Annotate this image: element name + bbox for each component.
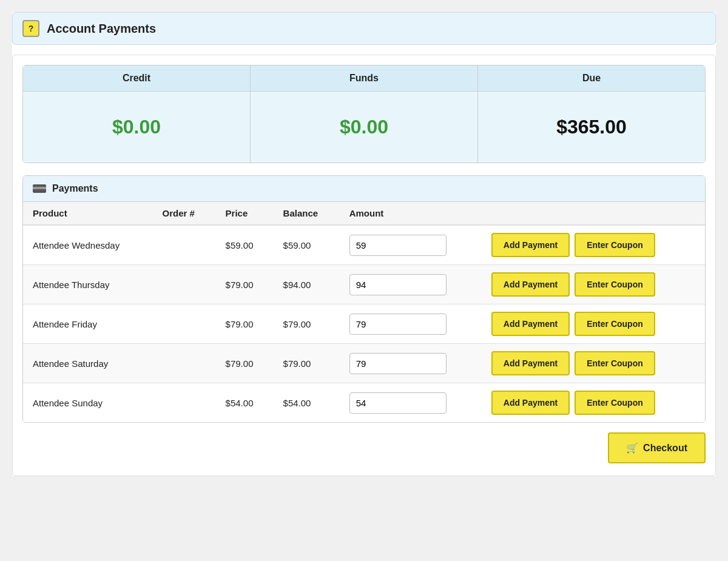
table-header-row: Product Order # Price Balance Amount xyxy=(23,202,705,225)
cell-price: $79.00 xyxy=(216,265,274,304)
cell-actions: Add Payment Enter Coupon xyxy=(482,344,705,383)
amount-input-4[interactable] xyxy=(349,392,447,414)
cell-actions: Add Payment Enter Coupon xyxy=(482,383,705,423)
cell-price: $54.00 xyxy=(216,383,274,423)
credit-card-icon xyxy=(33,184,46,193)
col-order: Order # xyxy=(153,202,216,225)
due-value: $365.00 xyxy=(478,92,705,163)
add-payment-button-0[interactable]: Add Payment xyxy=(491,233,570,257)
payments-header: Payments xyxy=(23,176,705,202)
col-price: Price xyxy=(216,202,274,225)
cell-product: Attendee Friday xyxy=(23,304,153,344)
cell-order xyxy=(153,383,216,423)
cell-price: $79.00 xyxy=(216,304,274,344)
enter-coupon-button-1[interactable]: Enter Coupon xyxy=(575,272,655,297)
cell-actions: Add Payment Enter Coupon xyxy=(482,304,705,344)
cell-product: Attendee Thursday xyxy=(23,265,153,304)
credit-label: Credit xyxy=(23,66,250,92)
cell-amount[interactable] xyxy=(340,344,482,383)
col-balance: Balance xyxy=(274,202,340,225)
cell-balance: $54.00 xyxy=(274,383,340,423)
payments-table: Product Order # Price Balance Amount Att… xyxy=(23,202,705,422)
enter-coupon-button-4[interactable]: Enter Coupon xyxy=(575,391,655,415)
table-row: Attendee Saturday $79.00 $79.00 Add Paym… xyxy=(23,344,705,383)
credit-card: Credit $0.00 xyxy=(23,66,251,163)
cell-amount[interactable] xyxy=(340,225,482,265)
add-payment-button-4[interactable]: Add Payment xyxy=(491,391,570,415)
cart-icon: 🛒 xyxy=(626,442,638,454)
funds-value: $0.00 xyxy=(251,92,477,163)
add-payment-button-3[interactable]: Add Payment xyxy=(491,351,570,375)
amount-input-0[interactable] xyxy=(349,235,447,256)
cell-price: $79.00 xyxy=(216,344,274,383)
table-row: Attendee Wednesday $59.00 $59.00 Add Pay… xyxy=(23,225,705,265)
col-amount: Amount xyxy=(340,202,482,225)
due-label: Due xyxy=(478,66,705,92)
table-row: Attendee Friday $79.00 $79.00 Add Paymen… xyxy=(23,304,705,344)
credit-value: $0.00 xyxy=(23,92,250,163)
amount-input-1[interactable] xyxy=(349,274,447,295)
cell-actions: Add Payment Enter Coupon xyxy=(482,265,705,304)
account-payments-header: ? Account Payments xyxy=(12,12,716,45)
cell-balance: $79.00 xyxy=(274,344,340,383)
cell-product: Attendee Saturday xyxy=(23,344,153,383)
cell-actions: Add Payment Enter Coupon xyxy=(482,225,705,265)
col-actions xyxy=(482,202,705,225)
due-card: Due $365.00 xyxy=(478,66,705,163)
cell-balance: $94.00 xyxy=(274,265,340,304)
summary-cards: Credit $0.00 Funds $0.00 Due $365.00 xyxy=(22,65,706,163)
payments-section: Payments Product Order # Price Balance A… xyxy=(22,175,706,423)
amount-input-3[interactable] xyxy=(349,353,447,374)
cell-balance: $79.00 xyxy=(274,304,340,344)
amount-input-2[interactable] xyxy=(349,314,447,335)
enter-coupon-button-0[interactable]: Enter Coupon xyxy=(575,233,655,257)
cell-balance: $59.00 xyxy=(274,225,340,265)
main-container: Credit $0.00 Funds $0.00 Due $365.00 Pay… xyxy=(12,55,716,476)
page-title: Account Payments xyxy=(47,22,156,36)
cell-amount[interactable] xyxy=(340,265,482,304)
cell-order xyxy=(153,225,216,265)
funds-label: Funds xyxy=(251,66,477,92)
funds-card: Funds $0.00 xyxy=(251,66,478,163)
help-icon[interactable]: ? xyxy=(22,20,39,37)
enter-coupon-button-3[interactable]: Enter Coupon xyxy=(575,351,655,375)
cell-order xyxy=(153,265,216,304)
payments-section-label: Payments xyxy=(52,183,98,194)
add-payment-button-1[interactable]: Add Payment xyxy=(491,272,570,297)
add-payment-button-2[interactable]: Add Payment xyxy=(491,312,570,336)
checkout-label: Checkout xyxy=(643,443,687,454)
cell-product: Attendee Sunday xyxy=(23,383,153,423)
cell-order xyxy=(153,344,216,383)
cell-product: Attendee Wednesday xyxy=(23,225,153,265)
cell-amount[interactable] xyxy=(340,383,482,423)
cell-price: $59.00 xyxy=(216,225,274,265)
table-row: Attendee Sunday $54.00 $54.00 Add Paymen… xyxy=(23,383,705,423)
checkout-bar: 🛒 Checkout xyxy=(22,423,706,466)
cell-order xyxy=(153,304,216,344)
enter-coupon-button-2[interactable]: Enter Coupon xyxy=(575,312,655,336)
table-row: Attendee Thursday $79.00 $94.00 Add Paym… xyxy=(23,265,705,304)
col-product: Product xyxy=(23,202,153,225)
cell-amount[interactable] xyxy=(340,304,482,344)
checkout-button[interactable]: 🛒 Checkout xyxy=(608,432,706,463)
